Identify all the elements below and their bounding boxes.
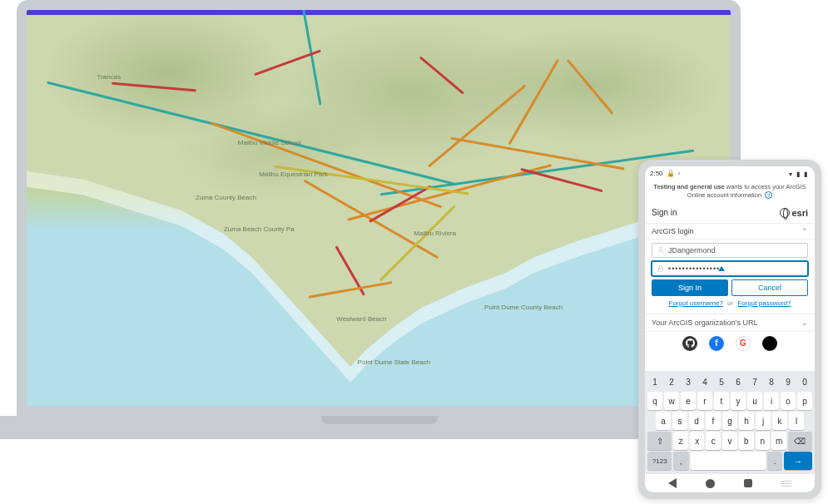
forgot-links: Forgot username? or Forgot password? (652, 299, 808, 307)
laptop-notch (321, 416, 438, 424)
password-input[interactable]: ••••••••••••••• (652, 261, 808, 276)
map-label-westward-beach: Westward Beach (336, 316, 386, 324)
phone-screen: 2:50 🔒 ▫ ▾ ▮ ▮ Testing and general use w… (645, 166, 815, 492)
svg-point-0 (659, 247, 662, 250)
org-url-toggle[interactable]: Your ArcGIS organization's URL ⌄ (645, 314, 815, 332)
key-n[interactable]: n (756, 432, 771, 450)
user-icon (657, 246, 665, 254)
key-j[interactable]: j (756, 412, 771, 430)
google-login-button[interactable]: G (736, 336, 751, 351)
map-label-trancas: Trancas (97, 74, 121, 82)
apple-login-button[interactable] (762, 336, 777, 351)
map-label-malibu-equestrian: Malibu Equestrian Park (259, 171, 328, 179)
key-8[interactable]: 8 (764, 373, 779, 390)
soft-keyboard: 1234567890 qwertyuiop asdfghjkl ⇧ zxcvbn… (645, 371, 815, 474)
signin-button[interactable]: Sign In (652, 279, 728, 296)
key-v[interactable]: v (722, 432, 737, 450)
key-1[interactable]: 1 (647, 373, 662, 390)
key-5[interactable]: 5 (714, 373, 729, 390)
arcgis-login-toggle[interactable]: ArcGIS login ⌃ (645, 224, 815, 240)
map-canvas[interactable]: Trancas Malibu Middle School Malibu Eque… (27, 15, 731, 406)
svg-rect-1 (659, 268, 663, 271)
key-l[interactable]: l (789, 412, 804, 430)
key-a[interactable]: a (656, 412, 671, 430)
text-cursor-handle[interactable] (718, 266, 725, 271)
key-0[interactable]: 0 (797, 373, 812, 390)
key-2[interactable]: 2 (664, 373, 679, 390)
kb-row-3: asdfghjkl (647, 412, 812, 430)
map-label-point-dume-county: Point Dume County Beach (484, 304, 563, 312)
period-key[interactable]: . (767, 452, 782, 470)
key-f[interactable]: f (706, 412, 721, 430)
nav-recent-button[interactable] (744, 479, 752, 487)
key-g[interactable]: g (722, 412, 737, 430)
signin-title: Sign in (652, 208, 677, 217)
key-6[interactable]: 6 (731, 373, 746, 390)
nav-home-button[interactable] (706, 479, 715, 488)
map-label-malibu-riviera: Malibu Riviera (414, 230, 456, 238)
symbols-key[interactable]: ?123 (647, 452, 672, 470)
key-w[interactable]: w (664, 392, 679, 410)
nav-keyboard-icon[interactable] (781, 480, 791, 487)
map-label-malibu-middle: Malibu Middle School (238, 140, 301, 147)
map-label-point-dume-state: Point Dume State Beach (358, 359, 431, 367)
key-m[interactable]: m (771, 432, 786, 450)
key-d[interactable]: d (689, 412, 704, 430)
chevron-down-icon: ⌄ (801, 319, 808, 327)
key-7[interactable]: 7 (747, 373, 762, 390)
facebook-login-button[interactable]: f (709, 336, 724, 351)
key-p[interactable]: p (797, 392, 812, 410)
battery-icon: ▮ (804, 170, 810, 176)
android-nav-bar (645, 474, 815, 492)
key-c[interactable]: c (706, 432, 721, 450)
space-key[interactable] (691, 452, 766, 470)
kb-row-2: qwertyuiop (647, 392, 812, 410)
wifi-icon: ▾ (789, 170, 795, 176)
status-bar: 2:50 🔒 ▫ ▾ ▮ ▮ (645, 166, 815, 180)
forgot-password-link[interactable]: Forgot password? (737, 299, 791, 307)
map-label-zuma-county-beach: Zuma County Beach (196, 195, 256, 202)
key-r[interactable]: r (697, 392, 712, 410)
signin-header: Sign in esri (645, 203, 815, 224)
status-time: 2:50 (650, 170, 663, 177)
key-i[interactable]: i (764, 392, 779, 410)
key-y[interactable]: y (731, 392, 746, 410)
key-h[interactable]: h (739, 412, 754, 430)
nav-back-button[interactable] (668, 478, 677, 488)
road-layer (27, 15, 731, 406)
app-icon: ▫ (678, 170, 681, 177)
backspace-key[interactable]: ⌫ (788, 432, 812, 450)
key-k[interactable]: k (772, 412, 787, 430)
key-t[interactable]: t (714, 392, 729, 410)
esri-logo: esri (780, 208, 808, 218)
key-b[interactable]: b (739, 432, 754, 450)
enter-key[interactable]: → (784, 452, 812, 470)
key-o[interactable]: o (781, 392, 796, 410)
info-icon[interactable]: ? (765, 191, 772, 199)
key-s[interactable]: s (672, 412, 687, 430)
kb-row-numbers: 1234567890 (647, 373, 812, 390)
lock-icon (657, 264, 665, 273)
key-x[interactable]: x (690, 432, 705, 450)
laptop-frame: Trancas Malibu Middle School Malibu Eque… (17, 0, 741, 441)
key-9[interactable]: 9 (781, 373, 796, 390)
chevron-up-icon: ⌃ (801, 227, 808, 235)
username-input[interactable]: JDangermond (652, 243, 808, 258)
banner-app-name: Testing and general use (653, 183, 724, 190)
phone-frame: 2:50 🔒 ▫ ▾ ▮ ▮ Testing and general use w… (638, 160, 821, 499)
forgot-username-link[interactable]: Forgot username? (669, 299, 723, 307)
key-4[interactable]: 4 (697, 373, 712, 390)
cancel-button[interactable]: Cancel (731, 279, 808, 296)
map-label-zuma-beach-county: Zuma Beach County Pa (224, 226, 295, 234)
laptop-screen: Trancas Malibu Middle School Malibu Eque… (17, 0, 741, 416)
key-z[interactable]: z (673, 432, 688, 450)
github-login-button[interactable] (682, 336, 697, 351)
key-u[interactable]: u (747, 392, 762, 410)
key-3[interactable]: 3 (681, 373, 696, 390)
key-q[interactable]: q (647, 392, 662, 410)
lock-icon: 🔒 (667, 170, 675, 177)
key-e[interactable]: e (681, 392, 696, 410)
shift-key[interactable]: ⇧ (647, 432, 672, 450)
login-form: JDangermond ••••••••••••••• Sign In Canc… (645, 240, 815, 314)
comma-key[interactable]: , (673, 452, 688, 470)
